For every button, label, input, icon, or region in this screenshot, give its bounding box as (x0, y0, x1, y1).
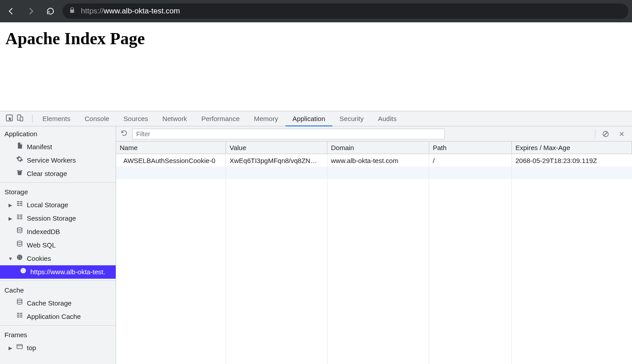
forward-button[interactable] (23, 4, 38, 19)
svg-rect-5 (17, 203, 19, 204)
devtools-tab-application[interactable]: Application (285, 111, 332, 126)
toggle-device-icon[interactable] (16, 114, 24, 124)
sidebar-item-label: Clear storage (27, 169, 67, 179)
sidebar-item-web-sql[interactable]: Web SQL (0, 238, 116, 252)
devtools-tab-network[interactable]: Network (155, 111, 194, 126)
svg-point-17 (17, 255, 22, 260)
cell-path: / (429, 154, 512, 167)
svg-point-25 (24, 271, 25, 272)
sidebar-item-indexeddb[interactable]: IndexedDB (0, 225, 116, 238)
chevron-right-icon[interactable]: ▶ (8, 200, 13, 210)
devtools-tab-sources[interactable]: Sources (117, 111, 155, 126)
sidebar-item-label: Local Storage (27, 200, 68, 210)
svg-point-21 (18, 258, 19, 258)
sidebar-item-cookie-origin[interactable]: https://www.alb-okta-test. (0, 265, 116, 279)
sidebar-item-local-storage[interactable]: ▶Local Storage (0, 198, 116, 212)
frame-icon (16, 343, 23, 353)
svg-rect-8 (20, 205, 22, 206)
col-name[interactable]: Name (116, 142, 226, 154)
cell-domain: www.alb-okta-test.com (327, 154, 429, 167)
gear-icon (16, 155, 23, 165)
svg-point-16 (17, 241, 22, 243)
col-expires[interactable]: Expires / Max-Age (512, 142, 632, 154)
grid-icon (16, 312, 23, 322)
sidebar-item-label: Cookies (27, 254, 51, 264)
db-icon (16, 298, 23, 308)
back-button[interactable] (4, 4, 19, 19)
devtools-tab-audits[interactable]: Audits (371, 111, 404, 126)
sidebar-group-application: Application (0, 126, 116, 140)
devtools-app-sidebar: ApplicationManifestService WorkersClear … (0, 126, 116, 364)
cell-expires: 2068-05-29T18:23:09.119Z (512, 154, 632, 167)
svg-rect-9 (17, 215, 19, 216)
table-row[interactable] (116, 167, 632, 179)
col-value[interactable]: Value (226, 142, 327, 154)
svg-rect-6 (20, 203, 22, 204)
svg-rect-29 (20, 313, 22, 314)
refresh-icon[interactable] (121, 130, 128, 138)
svg-rect-13 (17, 218, 19, 219)
svg-point-26 (22, 271, 22, 272)
url-text: https://www.alb-okta-test.com (81, 7, 180, 16)
sidebar-item-label: Service Workers (27, 155, 76, 165)
sidebar-item-session-storage[interactable]: ▶Session Storage (0, 212, 116, 225)
col-domain[interactable]: Domain (327, 142, 429, 154)
sidebar-item-manifest[interactable]: Manifest (0, 140, 116, 154)
sidebar-item-application-cache[interactable]: Application Cache (0, 310, 116, 323)
chevron-right-icon[interactable]: ▶ (8, 343, 13, 353)
sidebar-item-label: Cache Storage (27, 298, 71, 308)
svg-point-18 (18, 256, 19, 257)
page-viewport: Apache Index Page (0, 22, 632, 111)
devtools-tab-elements[interactable]: Elements (35, 111, 78, 126)
svg-rect-2 (20, 117, 23, 121)
devtools-tab-performance[interactable]: Performance (194, 111, 247, 126)
sidebar-item-cookies[interactable]: ▼Cookies (0, 252, 116, 265)
sidebar-item-top[interactable]: ▶top (0, 341, 116, 355)
chevron-right-icon[interactable]: ▶ (8, 213, 13, 223)
db-icon (16, 227, 23, 237)
devtools-tabstrip: ElementsConsoleSourcesNetworkPerformance… (0, 111, 632, 126)
devtools-panel: ElementsConsoleSourcesNetworkPerformance… (0, 111, 632, 364)
col-path[interactable]: Path (429, 142, 512, 154)
filter-input[interactable] (132, 129, 445, 139)
sidebar-group-frames: Frames (0, 327, 116, 341)
svg-rect-7 (17, 205, 19, 206)
sidebar-item-label: top (27, 343, 36, 353)
svg-rect-28 (17, 313, 19, 314)
chevron-down-icon[interactable]: ▼ (8, 254, 13, 264)
devtools-tab-security[interactable]: Security (332, 111, 371, 126)
svg-rect-11 (17, 217, 19, 218)
svg-rect-30 (17, 315, 19, 316)
grid-icon (16, 200, 23, 210)
svg-rect-34 (17, 344, 22, 348)
svg-point-23 (22, 269, 23, 270)
sidebar-item-label: Manifest (27, 142, 52, 152)
svg-rect-31 (20, 315, 22, 316)
cell-name: AWSELBAuthSessionCookie-0 (116, 154, 226, 167)
db-icon (16, 240, 23, 250)
svg-point-20 (20, 257, 21, 258)
browser-toolbar: https://www.alb-okta-test.com (0, 0, 632, 22)
sidebar-item-service-workers[interactable]: Service Workers (0, 154, 116, 167)
cookie-icon (20, 267, 27, 277)
devtools-tab-memory[interactable]: Memory (247, 111, 285, 126)
devtools-app-main: Name Value Domain Path Expires / Max-Age… (116, 126, 632, 364)
sidebar-group-storage: Storage (0, 184, 116, 198)
svg-point-19 (20, 256, 21, 256)
inspect-element-icon[interactable] (5, 114, 13, 124)
cookies-table: Name Value Domain Path Expires / Max-Age… (116, 142, 632, 364)
sidebar-item-cache-storage[interactable]: Cache Storage (0, 297, 116, 310)
sidebar-item-clear-storage[interactable]: Clear storage (0, 167, 116, 180)
sidebar-group-cache: Cache (0, 283, 116, 297)
reload-button[interactable] (43, 4, 58, 19)
devtools-tab-console[interactable]: Console (78, 111, 117, 126)
address-bar[interactable]: https://www.alb-okta-test.com (63, 4, 628, 19)
clear-all-icon[interactable] (600, 130, 611, 138)
page-title: Apache Index Page (5, 29, 627, 48)
cookies-table-header: Name Value Domain Path Expires / Max-Age (116, 142, 632, 154)
trash-icon (16, 169, 23, 179)
svg-point-24 (24, 269, 24, 270)
cell-value: XwEq6TI3pgMFqn8/vq8ZN… (226, 154, 327, 167)
table-row[interactable]: AWSELBAuthSessionCookie-0 XwEq6TI3pgMFqn… (116, 154, 632, 167)
delete-selected-icon[interactable] (616, 130, 628, 138)
